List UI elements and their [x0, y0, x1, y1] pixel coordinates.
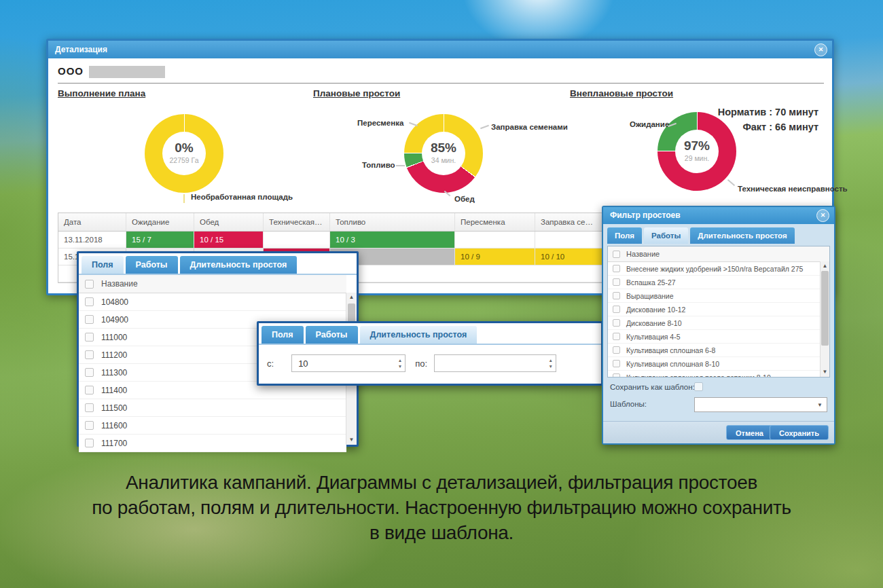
row-checkbox[interactable] [613, 360, 620, 367]
templates-label: Шаблоны: [610, 400, 647, 408]
list-item[interactable]: Внесение жидких удобрений >150л/га Верса… [608, 262, 829, 276]
header-divider [58, 83, 824, 84]
list-item[interactable]: 111500 [79, 399, 346, 417]
column-header-waiting[interactable]: Ожидание [126, 213, 194, 231]
column-header-lunch[interactable]: Обед [194, 213, 264, 231]
list-item[interactable]: Культивация сплошная после вспашки 8-10 [608, 371, 829, 378]
row-checkbox[interactable] [613, 333, 620, 340]
row-checkbox[interactable] [613, 292, 620, 299]
select-all-checkbox[interactable] [613, 251, 620, 258]
slice-label-shift-change: Пересменка [357, 119, 403, 127]
tab-works[interactable]: Работы [126, 256, 178, 274]
list-item[interactable]: Выращивание [608, 289, 829, 303]
donut-unplanned-percent: 97% [675, 139, 719, 153]
section-title-planned-downtime: Плановые простои [313, 88, 400, 98]
donut-planned-center: 85% 34 мин. [422, 132, 465, 175]
table-row[interactable]: 13.11.2018 15 / 7 10 / 15 10 / 3 [58, 232, 603, 249]
scroll-up-arrow[interactable]: ▲ [821, 261, 829, 271]
duration-from-input[interactable]: 10 ▲▼ [291, 354, 406, 372]
donut-chart-unplanned-downtime[interactable]: 97% 29 мин. [657, 112, 736, 191]
duration-popup-tabs: Поля Работы Длительность простоя [259, 323, 601, 345]
label-connector [396, 165, 405, 166]
tab-duration[interactable]: Длительность простоя [360, 326, 477, 344]
cell-waiting: 15 / 7 [126, 232, 194, 248]
row-checkbox[interactable] [613, 373, 620, 378]
spinner-arrows-icon[interactable]: ▲▼ [549, 357, 553, 369]
list-item[interactable]: Дискование 10-12 [608, 303, 829, 316]
list-item[interactable]: Культивация сплошная 8-10 [608, 357, 829, 371]
cancel-button[interactable]: Отмена [726, 425, 773, 440]
tab-fields[interactable]: Поля [82, 256, 124, 274]
column-header-fuel[interactable]: Топливо [330, 213, 455, 231]
scroll-up-arrow[interactable]: ▲ [346, 293, 357, 302]
org-line: ООО [58, 65, 165, 78]
list-item[interactable]: Дискование 8-10 [608, 316, 829, 330]
row-checkbox[interactable] [613, 306, 620, 313]
slice-label-fuel: Топливо [362, 161, 395, 169]
list-item[interactable]: 111700 [79, 435, 346, 452]
section-title-unplanned-downtime: Внеплановые простои [570, 88, 673, 98]
work-name: Культивация сплошная после вспашки 8-10 [626, 373, 771, 378]
spinner-arrows-icon[interactable]: ▲▼ [398, 357, 402, 369]
row-checkbox[interactable] [85, 386, 94, 394]
fields-popup-tabs: Поля Работы Длительность простоя [79, 253, 357, 275]
field-name: 111300 [101, 368, 127, 378]
scroll-thumb[interactable] [821, 271, 829, 346]
donut-plan-percent: 0% [162, 141, 206, 155]
list-item[interactable]: Культивация сплошная 6-8 [608, 344, 829, 357]
row-checkbox[interactable] [85, 297, 94, 306]
list-item[interactable]: Вспашка 25-27 [608, 276, 829, 289]
tab-fields[interactable]: Поля [262, 326, 304, 344]
row-checkbox[interactable] [85, 315, 94, 324]
row-checkbox[interactable] [85, 403, 94, 412]
list-item[interactable]: 104800 [79, 293, 346, 311]
scroll-down-arrow[interactable]: ▼ [821, 367, 829, 377]
fields-list-header: Название [79, 275, 346, 293]
templates-dropdown[interactable]: ▼ [694, 397, 827, 412]
column-header-seed-refill[interactable]: Заправка семенами [535, 213, 603, 231]
tab-works[interactable]: Работы [644, 227, 688, 244]
close-icon[interactable]: ✕ [814, 43, 827, 56]
row-checkbox[interactable] [85, 421, 94, 430]
cell-seed-refill: 10 / 10 [535, 249, 603, 265]
field-name: 111200 [101, 350, 127, 360]
tab-duration[interactable]: Длительность простоя [180, 256, 298, 274]
donut-chart-plan[interactable]: 0% 22759 Га [145, 114, 223, 193]
works-list-header-label: Название [626, 250, 660, 258]
close-icon[interactable]: ✕ [816, 209, 829, 222]
row-checkbox[interactable] [613, 278, 620, 286]
save-button[interactable]: Сохранить [770, 425, 829, 440]
scroll-down-arrow[interactable]: ▼ [346, 435, 357, 445]
row-checkbox[interactable] [613, 265, 620, 272]
duration-to-input[interactable]: ▲▼ [434, 354, 556, 372]
work-name: Дискование 10-12 [626, 306, 685, 314]
detail-dialog-titlebar: Детализация ✕ [48, 41, 832, 58]
column-header-date[interactable]: Дата [58, 213, 126, 231]
row-checkbox[interactable] [613, 346, 620, 354]
works-list-header: Название [608, 246, 829, 262]
cell-shift-change: 10 / 9 [455, 249, 535, 265]
tab-duration[interactable]: Длительность простоя [690, 227, 794, 244]
donut-unplanned-subvalue: 29 мин. [675, 154, 719, 162]
list-item[interactable]: 111600 [79, 417, 346, 435]
works-list-scrollbar[interactable]: ▲ ▼ [820, 261, 829, 377]
donut-planned-subvalue: 34 мин. [422, 156, 465, 164]
duration-range-row: с: 10 ▲▼ по: ▲▼ [259, 353, 601, 373]
save-as-template-checkbox[interactable] [694, 382, 703, 391]
tab-fields[interactable]: Поля [607, 227, 642, 244]
caption-text: Аналитика кампаний. Диаграммы с детализа… [0, 470, 883, 545]
cell-shift-change [455, 232, 535, 248]
caption-line: в виде шаблона. [0, 520, 883, 545]
column-header-tech-failure[interactable]: Техническая неисправность [264, 213, 330, 231]
row-checkbox[interactable] [85, 333, 94, 342]
row-checkbox[interactable] [613, 319, 620, 327]
row-checkbox[interactable] [85, 439, 94, 447]
list-item[interactable]: Культивация 4-5 [608, 330, 829, 344]
select-all-checkbox[interactable] [85, 280, 94, 289]
row-checkbox[interactable] [85, 368, 94, 377]
tab-works[interactable]: Работы [306, 326, 358, 344]
row-checkbox[interactable] [85, 350, 94, 359]
table-header-row: Дата Ожидание Обед Техническая неисправн… [58, 213, 603, 232]
column-header-shift-change[interactable]: Пересменка [455, 213, 535, 231]
filter-panel-titlebar: Фильтр простоев ✕ [603, 207, 834, 224]
